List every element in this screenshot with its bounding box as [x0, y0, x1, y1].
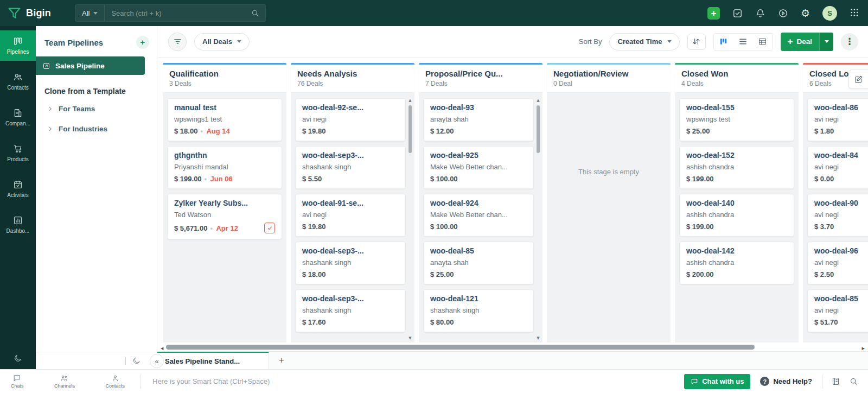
plus-icon — [788, 37, 793, 46]
search-input[interactable] — [105, 9, 251, 17]
plus-icon — [279, 356, 284, 365]
deal-card[interactable]: woo-deal-142 ashish chandra $ 200.00 — [679, 242, 794, 284]
sort-field-dropdown[interactable]: Created Time — [609, 33, 679, 50]
scroll-right-arrow-icon[interactable] — [862, 342, 865, 352]
deal-card[interactable]: woo-deal-84 avi negi $ 0.00 — [807, 146, 868, 189]
scrollbar-thumb[interactable] — [409, 105, 412, 153]
deal-card[interactable]: woo-deal-85 anayta shah $ 25.00 — [423, 242, 534, 284]
more-options-button[interactable] — [841, 33, 858, 50]
new-deal-main[interactable]: Deal — [781, 33, 819, 51]
collapse-panel-button[interactable] — [150, 354, 164, 368]
column-scrollbar[interactable] — [535, 94, 541, 341]
deal-card[interactable]: woo-deal-92-se... avi negi $ 19.80 — [295, 98, 406, 141]
edit-stages-button[interactable] — [848, 69, 868, 89]
template-group-for-teams[interactable]: For Teams — [36, 99, 157, 119]
deal-amount: $ 0.00 — [814, 175, 834, 183]
deal-contact: shashank singh — [302, 163, 399, 171]
sidebar-item-dashboards[interactable]: Dashbo... — [0, 210, 36, 240]
scroll-up-arrow-icon[interactable] — [409, 94, 411, 104]
tab-label: Sales Pipeline Stand... — [165, 357, 240, 365]
tasks-button[interactable] — [732, 8, 743, 18]
deal-card[interactable]: woo-deal-155 wpswings test $ 25.00 — [679, 98, 794, 141]
sidebar-item-companies[interactable]: Compan... — [0, 102, 36, 132]
deal-name: gthgnthn — [174, 151, 275, 160]
deal-card[interactable]: woo-deal-90 avi negi $ 3.70 — [807, 194, 868, 237]
scrollbar-thumb[interactable] — [537, 105, 540, 153]
deal-card[interactable]: woo-deal-152 ashish chandra $ 199.00 — [679, 146, 794, 189]
deal-card[interactable]: Zylker Yearly Subs... Ted Watson $ 5,671… — [167, 194, 282, 239]
scrollbar-track[interactable] — [165, 345, 860, 350]
channels-icon — [60, 374, 68, 382]
app-logo[interactable]: Bigin — [8, 7, 51, 20]
quick-add-button[interactable] — [707, 7, 720, 20]
deal-card[interactable]: woo-deal-sep3-... shashank singh $ 17.60 — [295, 289, 406, 332]
sheet-view-button[interactable] — [753, 34, 773, 50]
deal-card[interactable]: woo-deal-925 Make Web Better chan... $ 1… — [423, 146, 534, 189]
deal-card[interactable]: woo-deal-96 avi negi $ 2.50 — [807, 242, 868, 284]
smart-chat-input[interactable] — [152, 377, 684, 385]
overdue-task-icon[interactable] — [264, 223, 275, 233]
deal-card[interactable]: woo-deal-86 avi negi $ 1.80 — [807, 98, 868, 141]
deal-card[interactable]: woo-deal-140 ashish chandra $ 199.00 — [679, 194, 794, 237]
sidebar-item-pipelines[interactable]: Pipelines — [0, 30, 36, 61]
column-scrollbar[interactable] — [407, 94, 413, 341]
global-search[interactable]: All — [75, 4, 266, 22]
notifications-button[interactable] — [755, 8, 765, 18]
deal-name: woo-deal-152 — [686, 151, 787, 160]
app-sidebar: Pipelines Contacts Compan... Products Ac… — [0, 26, 36, 369]
pipeline-item-sales[interactable]: Sales Pipeline — [36, 56, 145, 75]
deal-card[interactable]: woo-deal-91-se... avi negi $ 19.80 — [295, 194, 406, 237]
deal-amount: $ 18.00 — [174, 127, 197, 135]
chat-with-us-button[interactable]: Chat with us — [684, 374, 750, 389]
scroll-left-arrow-icon[interactable] — [161, 342, 163, 352]
deals-filter-dropdown[interactable]: All Deals — [194, 33, 250, 50]
night-mode-toggle[interactable] — [0, 354, 36, 363]
search-scope-dropdown[interactable]: All — [75, 5, 105, 21]
deal-card[interactable]: woo-deal-85 avi negi $ 51.70 — [807, 289, 868, 332]
avatar[interactable]: S — [822, 6, 837, 21]
whats-new-button[interactable] — [778, 8, 788, 18]
stage-title: Proposal/Price Qu... — [425, 69, 536, 78]
sidebar-item-products[interactable]: Products — [0, 138, 36, 168]
deal-name: woo-deal-924 — [430, 199, 527, 207]
scroll-down-arrow-icon[interactable] — [537, 332, 539, 341]
deal-card[interactable]: woo-deal-sep3-... shashank singh $ 5.50 — [295, 146, 406, 189]
template-group-for-industries[interactable]: For Industries — [36, 119, 157, 139]
sidebar-item-activities[interactable]: Activities — [0, 174, 36, 204]
need-help-button[interactable]: Need Help? — [760, 377, 812, 386]
deal-card[interactable]: woo-deal-93 anayta shah $ 12.00 — [423, 98, 534, 141]
add-subpipeline-button[interactable] — [269, 352, 294, 369]
dock-item-chats[interactable]: Chats — [11, 374, 24, 389]
deal-contact: ashish chandra — [686, 211, 787, 219]
deal-card[interactable]: woo-deal-sep3-... shashank singh $ 18.00 — [295, 242, 406, 284]
chat-dock: Chats Channels Contacts — [0, 374, 140, 389]
new-deal-button[interactable]: Deal — [781, 33, 833, 51]
sidebar-item-contacts[interactable]: Contacts — [0, 66, 36, 97]
dock-item-contacts[interactable]: Contacts — [105, 374, 125, 389]
deal-card[interactable]: woo-deal-924 Make Web Better chan... $ 1… — [423, 194, 534, 237]
list-view-button[interactable] — [733, 34, 753, 50]
sort-by-label: Sort By — [579, 37, 602, 46]
deal-amount: $ 19.80 — [302, 127, 326, 135]
new-deal-dropdown[interactable] — [819, 33, 833, 51]
notebook-button[interactable] — [831, 377, 840, 386]
scroll-down-arrow-icon[interactable] — [409, 332, 411, 341]
filter-button[interactable] — [168, 33, 187, 51]
apps-menu-button[interactable] — [850, 8, 859, 19]
deal-card[interactable]: manual test wpswings1 test $ 18.00 Aug 1… — [167, 98, 282, 141]
deal-card[interactable]: gthgnthn Priyanshi mandal $ 199.00 Jun 0… — [167, 146, 282, 189]
dock-item-channels[interactable]: Channels — [54, 374, 75, 389]
settings-button[interactable] — [801, 8, 810, 18]
moon-icon[interactable] — [132, 357, 141, 365]
kanban-view-button[interactable] — [714, 34, 733, 50]
deal-card[interactable]: woo-deal-121 shashank singh $ 80.00 — [423, 289, 534, 332]
deal-amount: $ 17.60 — [302, 318, 326, 326]
plus-icon — [141, 38, 145, 47]
add-pipeline-button[interactable] — [136, 36, 149, 49]
scroll-up-arrow-icon[interactable] — [537, 94, 539, 104]
sort-direction-button[interactable] — [687, 34, 706, 50]
scrollbar-thumb[interactable] — [166, 345, 755, 350]
bottom-search-button[interactable] — [849, 377, 858, 386]
board-horizontal-scrollbar[interactable] — [157, 343, 868, 351]
tab-sales-pipeline-standard[interactable]: Sales Pipeline Stand... — [157, 352, 269, 369]
